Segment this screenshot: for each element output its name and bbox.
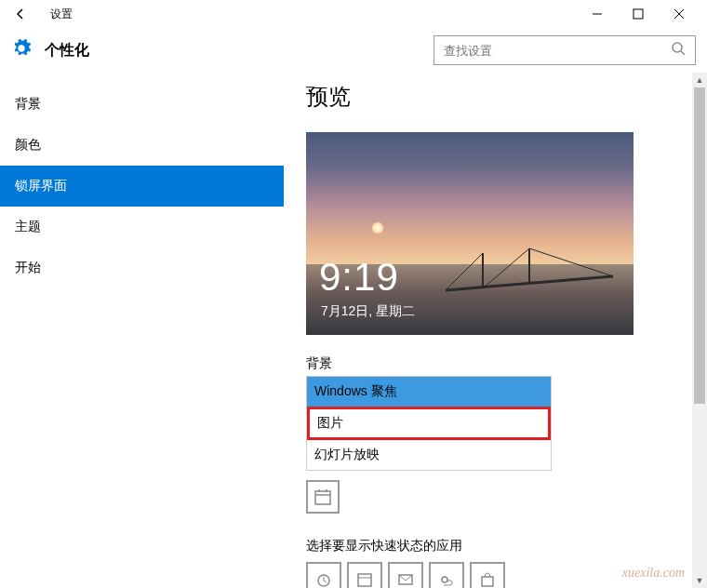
page-title: 个性化 [45,41,89,60]
svg-line-6 [681,51,685,55]
background-label: 背景 [306,355,688,372]
svg-line-10 [446,253,483,290]
scroll-thumb[interactable] [694,87,705,404]
maximize-button[interactable] [618,1,659,27]
quick-app-5[interactable] [470,562,505,588]
alarm-icon [315,571,332,588]
svg-rect-13 [315,491,330,504]
sidebar: 背景 颜色 锁屏界面 主题 开始 [0,73,284,588]
bg-option-spotlight[interactable]: Windows 聚焦 [307,377,551,407]
quick-app-1[interactable] [306,562,341,588]
window-controls [577,1,700,27]
search-box[interactable] [434,35,696,65]
minimize-button[interactable] [577,1,618,27]
main-content: 预览 9:19 7月12日, 星期二 背景 Windows 聚焦 图片 幻灯片放… [284,73,707,588]
svg-point-5 [673,43,682,52]
bg-option-picture[interactable]: 图片 [307,407,551,440]
search-icon [671,41,686,60]
calendar-icon [356,571,373,588]
scrollbar[interactable]: ▲ ▼ [692,73,707,588]
back-button[interactable] [7,1,33,27]
scroll-up-icon[interactable]: ▲ [692,73,707,87]
svg-point-4 [19,46,24,51]
header: 个性化 [0,28,707,73]
quick-app-3[interactable] [388,562,423,588]
quick-app-2[interactable] [347,562,382,588]
lock-time: 9:19 [319,255,399,300]
close-button[interactable] [659,1,700,27]
background-dropdown[interactable]: Windows 聚焦 图片 幻灯片放映 [306,376,552,471]
bg-option-slideshow[interactable]: 幻灯片放映 [307,440,551,470]
svg-line-19 [324,581,327,582]
watermark: xuexila.com [622,566,685,581]
svg-line-12 [529,248,613,276]
scroll-down-icon[interactable]: ▼ [692,573,707,588]
lockscreen-preview: 9:19 7月12日, 星期二 [306,132,634,335]
boat-image [436,244,622,309]
gear-icon [11,38,32,62]
search-input[interactable] [444,44,671,58]
quick-status-label: 选择要显示快速状态的应用 [306,538,688,555]
sidebar-item-background[interactable]: 背景 [0,84,284,125]
lock-date: 7月12日, 星期二 [321,303,415,320]
calendar-button[interactable] [306,480,340,514]
store-icon [479,571,496,588]
sidebar-item-lockscreen[interactable]: 锁屏界面 [0,166,284,207]
quick-app-4[interactable] [429,562,464,588]
svg-rect-1 [634,9,643,19]
window-title: 设置 [50,7,73,22]
sidebar-item-colors[interactable]: 颜色 [0,125,284,166]
svg-rect-24 [482,577,493,586]
mail-icon [397,571,414,588]
svg-line-11 [483,248,529,288]
sidebar-item-start[interactable]: 开始 [0,247,284,288]
preview-heading: 预览 [306,82,688,112]
calendar-icon [313,488,332,506]
weather-icon [438,571,455,588]
svg-rect-20 [358,574,371,586]
titlebar: 设置 [0,0,707,28]
sidebar-item-themes[interactable]: 主题 [0,207,284,247]
